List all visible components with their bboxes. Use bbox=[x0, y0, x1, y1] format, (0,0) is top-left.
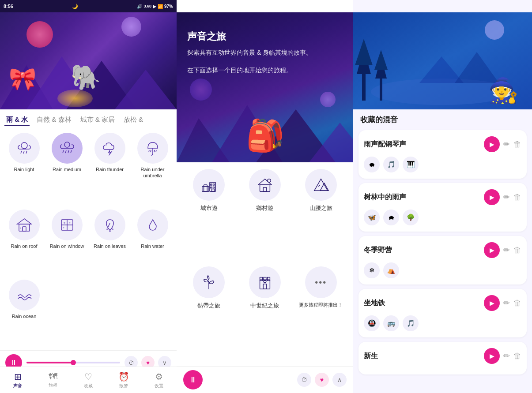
svg-line-5 bbox=[21, 151, 22, 153]
favorites-section: 收藏的混音 雨声配钢琴声 ▶ ✏ 🗑 🌧 🎵 🎹 树林中的雨声 bbox=[353, 109, 532, 393]
sound-item-rain-light[interactable]: Rain light bbox=[4, 133, 44, 206]
fav-play-3[interactable]: ▶ bbox=[484, 242, 500, 258]
heart-icon-mid[interactable]: ♥ bbox=[315, 373, 329, 387]
fav-delete-1[interactable]: 🗑 bbox=[513, 140, 521, 149]
journey-tropical[interactable]: 熱帶之旅 bbox=[183, 266, 235, 359]
fav-card-4-header: 坐地铁 ▶ ✏ 🗑 bbox=[364, 295, 521, 311]
svg-rect-60 bbox=[268, 277, 270, 281]
journey-nav-label: 旅程 bbox=[49, 382, 57, 389]
fav-chip-1-3[interactable]: 🎹 bbox=[403, 157, 419, 172]
fav-card-1-header: 雨声配钢琴声 ▶ ✏ 🗑 bbox=[364, 136, 521, 152]
rain-umbrella-label: Rain under umbrella bbox=[133, 166, 172, 179]
mid-hero: 声音之旅 探索具有互动世界的音景 & 身临其境的故事。 在下面选择一个目的地开始… bbox=[177, 12, 353, 162]
svg-line-10 bbox=[65, 150, 66, 153]
rain-light-icon-wrap bbox=[9, 133, 40, 164]
sound-item-rain-roof[interactable]: Rain on roof bbox=[4, 210, 44, 277]
fav-card-2-actions: ▶ ✏ 🗑 bbox=[484, 189, 521, 205]
tab-city[interactable]: 城市 & 家居 bbox=[79, 115, 117, 126]
fav-edit-2[interactable]: ✏ bbox=[503, 192, 510, 202]
fav-chip-2-1[interactable]: 🦋 bbox=[364, 210, 380, 225]
fav-edit-3[interactable]: ✏ bbox=[503, 245, 510, 255]
rain-water-label: Rain water bbox=[141, 243, 164, 249]
tab-nature[interactable]: 自然 & 森林 bbox=[35, 115, 73, 126]
fav-card-5: 新生 ▶ ✏ 🗑 bbox=[358, 342, 527, 374]
tab-rain[interactable]: 雨 & 水 bbox=[4, 115, 30, 126]
fav-play-2[interactable]: ▶ bbox=[484, 189, 500, 205]
fav-edit-4[interactable]: ✏ bbox=[503, 298, 510, 308]
rain-medium-label: Rain medium bbox=[53, 166, 81, 172]
svg-rect-46 bbox=[211, 187, 212, 188]
progress-area bbox=[26, 362, 120, 363]
fav-play-4[interactable]: ▶ bbox=[484, 295, 500, 311]
fav-edit-5[interactable]: ✏ bbox=[503, 351, 510, 361]
svg-point-27 bbox=[69, 222, 70, 223]
svg-point-8 bbox=[64, 142, 70, 147]
fav-chip-3-1[interactable]: ❄ bbox=[364, 262, 380, 278]
journey-city-icon bbox=[193, 169, 225, 201]
mid-ctrl-right: ⏱ ♥ ∧ bbox=[297, 373, 347, 387]
journey-medieval[interactable]: 中世紀之旅 bbox=[239, 266, 291, 359]
nav-alarm-left[interactable]: ⏰ 报警 bbox=[106, 371, 141, 389]
journey-more-dots: ••• bbox=[315, 277, 327, 288]
fav-edit-1[interactable]: ✏ bbox=[503, 139, 510, 149]
fav-chip-3-2[interactable]: ⛺ bbox=[383, 262, 399, 278]
pause-button-mid[interactable]: ⏸ bbox=[183, 370, 203, 389]
journey-nav-icon: 🗺 bbox=[49, 371, 57, 382]
sound-item-rain-window[interactable]: Rain on window bbox=[47, 210, 87, 277]
svg-rect-61 bbox=[263, 284, 267, 289]
svg-point-31 bbox=[109, 230, 111, 232]
fav-card-3-actions: ▶ ✏ 🗑 bbox=[484, 242, 521, 258]
rain-leaves-icon-wrap bbox=[94, 210, 125, 240]
svg-line-17 bbox=[154, 150, 155, 152]
fav-chip-1-1[interactable]: 🌧 bbox=[364, 157, 380, 172]
fav-chip-4-2[interactable]: 🚌 bbox=[383, 315, 399, 331]
fav-play-5[interactable]: ▶ bbox=[484, 348, 500, 364]
settings-nav-label: 设置 bbox=[155, 383, 163, 389]
journey-city[interactable]: 城市遊 bbox=[183, 169, 235, 262]
expand-icon-mid[interactable]: ∧ bbox=[332, 373, 347, 387]
sound-item-rain-medium[interactable]: Rain medium bbox=[47, 133, 87, 206]
fav-delete-5[interactable]: 🗑 bbox=[513, 352, 521, 361]
fav-chip-2-2[interactable]: 🌧 bbox=[383, 210, 399, 225]
svg-rect-51 bbox=[263, 187, 267, 192]
fav-delete-4[interactable]: 🗑 bbox=[513, 299, 521, 308]
alarm-nav-label: 报警 bbox=[119, 383, 128, 389]
fav-card-2: 树林中的雨声 ▶ ✏ 🗑 🦋 🌧 🌳 bbox=[358, 183, 527, 232]
rain-window-icon-wrap bbox=[52, 210, 83, 240]
journey-more[interactable]: ••• 更多旅程即將推出！ bbox=[295, 266, 347, 359]
nav-journey-left[interactable]: 🗺 旅程 bbox=[35, 371, 71, 389]
tab-relax[interactable]: 放松 & bbox=[122, 115, 145, 126]
sound-item-rain-leaves[interactable]: Rain on leaves bbox=[90, 210, 129, 277]
svg-point-71 bbox=[485, 20, 504, 40]
fav-chip-4-3[interactable]: 🎵 bbox=[403, 315, 419, 331]
fav-chip-4-1[interactable]: 🚇 bbox=[364, 315, 380, 331]
fav-delete-3[interactable]: 🗑 bbox=[513, 246, 521, 255]
left-panel: 8:56 🌙 🔊 3.68 ▶ 📶 97% 🎀 🐘 雨 & 水 自然 & 森林 … bbox=[0, 0, 177, 393]
fav-chip-1-2[interactable]: 🎵 bbox=[383, 157, 399, 172]
sound-item-rain-umbrella[interactable]: Rain under umbrella bbox=[133, 133, 172, 206]
fav-chip-2-3[interactable]: 🌳 bbox=[403, 210, 419, 225]
rain-roof-label: Rain on roof bbox=[11, 243, 38, 249]
journey-rural[interactable]: 鄉村遊 bbox=[239, 169, 291, 262]
fav-play-1[interactable]: ▶ bbox=[484, 136, 500, 152]
fav-delete-2[interactable]: 🗑 bbox=[513, 193, 521, 202]
nav-fav-left[interactable]: ♡ 收藏 bbox=[71, 371, 106, 389]
right-hero: 🧙 bbox=[353, 12, 532, 109]
player-mid-row: ⏸ ⏱ ♥ ∧ bbox=[183, 370, 347, 389]
journey-tropical-icon bbox=[193, 266, 225, 298]
fav-icons-row-2: 🦋 🌧 🌳 bbox=[364, 210, 521, 225]
progress-bar[interactable] bbox=[26, 362, 120, 363]
journey-mountain[interactable]: 山腰之旅 bbox=[295, 169, 347, 262]
sound-item-rain-water[interactable]: Rain water bbox=[133, 210, 172, 277]
nav-settings-left[interactable]: ⚙ 设置 bbox=[141, 371, 177, 389]
sound-item-rain-thunder[interactable]: Rain thunder bbox=[90, 133, 129, 206]
progress-dot bbox=[71, 360, 76, 365]
timer-icon-mid[interactable]: ⏱ bbox=[297, 373, 311, 387]
svg-point-26 bbox=[64, 222, 65, 224]
nav-sound-left[interactable]: ⊞ 声音 bbox=[0, 371, 35, 389]
svg-point-30 bbox=[106, 228, 108, 230]
fav-card-5-actions: ▶ ✏ 🗑 bbox=[484, 348, 521, 364]
sound-item-rain-ocean[interactable]: Rain ocean bbox=[4, 280, 44, 347]
svg-rect-65 bbox=[362, 74, 366, 101]
svg-rect-44 bbox=[211, 184, 212, 185]
